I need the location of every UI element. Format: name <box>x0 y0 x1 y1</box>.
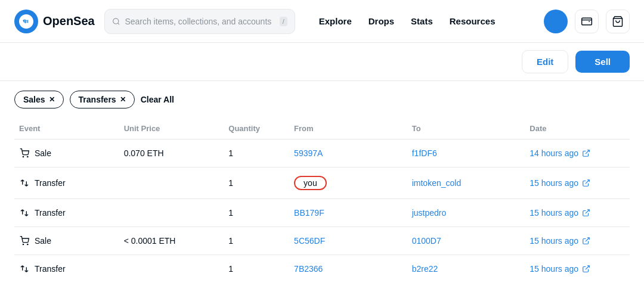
cart-icon <box>612 15 624 27</box>
wallet-icon <box>581 15 593 27</box>
unit-price-cell: 0.070 ETH <box>119 139 224 167</box>
to-link[interactable]: b2re22 <box>412 264 438 274</box>
event-icon <box>19 263 30 274</box>
search-input[interactable] <box>125 17 274 26</box>
date-cell: 15 hours ago <box>525 199 630 227</box>
event-label: Transfer <box>35 208 66 218</box>
date-text: 15 hours ago <box>530 236 578 246</box>
edit-button[interactable]: Edit <box>522 50 568 73</box>
search-kbd: / <box>280 17 287 26</box>
from-cell: 59397A <box>289 139 407 167</box>
filter-chip-sales[interactable]: Sales ✕ <box>14 91 64 108</box>
date-cell: 15 hours ago <box>525 167 630 199</box>
table-row: Sale 0.070 ETH 1 59397A f1fDF6 14 hours … <box>14 139 630 167</box>
col-unit-price: Unit Price <box>119 118 224 139</box>
cart-icon <box>20 148 29 158</box>
nav-drops[interactable]: Drops <box>369 16 394 26</box>
unit-price-cell <box>119 255 224 283</box>
nav-resources[interactable]: Resources <box>450 16 496 26</box>
to-cell: imtoken_cold <box>407 167 525 199</box>
svg-point-9 <box>23 244 23 244</box>
main-nav: Explore Drops Stats Resources <box>319 16 496 26</box>
event-label: Sale <box>35 236 51 246</box>
event-cell: Sale <box>14 227 119 255</box>
from-cell: 5C56DF <box>289 227 407 255</box>
quantity-cell: 1 <box>224 199 289 227</box>
col-from: From <box>289 118 407 139</box>
event-cell: Transfer <box>14 199 119 227</box>
col-to: To <box>407 118 525 139</box>
to-link[interactable]: imtoken_cold <box>412 178 462 188</box>
from-link[interactable]: 59397A <box>294 148 323 158</box>
cart-button[interactable] <box>606 10 630 33</box>
activity-table: Event Unit Price Quantity From To Date S… <box>14 118 630 283</box>
transfer-icon <box>20 264 29 274</box>
to-cell: 0100D7 <box>407 227 525 255</box>
header-right <box>544 10 630 33</box>
unit-price-cell <box>119 199 224 227</box>
wallet-button[interactable] <box>575 10 599 33</box>
to-link[interactable]: justpedro <box>412 208 447 218</box>
col-event: Event <box>14 118 119 139</box>
event-icon <box>19 178 30 188</box>
table-header-row: Event Unit Price Quantity From To Date <box>14 118 630 139</box>
unit-price-cell <box>119 167 224 199</box>
event-cell: Transfer <box>14 255 119 283</box>
unit-price-cell: < 0.0001 ETH <box>119 227 224 255</box>
transfer-icon <box>20 178 29 188</box>
cart-icon <box>20 236 29 246</box>
search-icon <box>112 17 120 26</box>
avatar[interactable] <box>544 10 568 33</box>
event-icon <box>19 148 30 159</box>
svg-line-8 <box>586 210 589 213</box>
svg-line-12 <box>586 266 589 269</box>
nav-stats[interactable]: Stats <box>411 16 433 26</box>
filters-row: Sales ✕ Transfers ✕ Clear All <box>0 81 644 118</box>
table-row: Sale < 0.0001 ETH 1 5C56DF 0100D7 15 hou… <box>14 227 630 255</box>
filter-sales-close[interactable]: ✕ <box>49 95 55 104</box>
table-row: Transfer 1 7B2366 b2re22 15 hours ago <box>14 255 630 283</box>
svg-point-4 <box>23 156 23 157</box>
external-link-icon <box>582 179 590 187</box>
logo[interactable]: OpenSea <box>14 10 95 33</box>
quantity-cell: 1 <box>224 255 289 283</box>
quantity-cell: 1 <box>224 227 289 255</box>
date-text: 15 hours ago <box>530 264 578 274</box>
external-link-icon <box>582 209 590 217</box>
logo-text: OpenSea <box>43 14 95 28</box>
from-link[interactable]: 7B2366 <box>294 264 323 274</box>
event-label: Sale <box>35 148 51 158</box>
date-cell: 15 hours ago <box>525 255 630 283</box>
col-quantity: Quantity <box>224 118 289 139</box>
quantity-cell: 1 <box>224 167 289 199</box>
to-link[interactable]: 0100D7 <box>412 236 441 246</box>
external-link-icon <box>582 237 590 245</box>
sell-button[interactable]: Sell <box>575 51 630 73</box>
filter-transfers-close[interactable]: ✕ <box>120 95 126 104</box>
toolbar: Edit Sell <box>0 43 644 81</box>
table-container: Event Unit Price Quantity From To Date S… <box>0 118 644 283</box>
event-label: Transfer <box>35 178 66 188</box>
filter-chip-transfers[interactable]: Transfers ✕ <box>70 91 135 108</box>
from-cell: BB179F <box>289 199 407 227</box>
event-cell: Transfer <box>14 167 119 199</box>
logo-icon <box>14 10 38 33</box>
nav-explore[interactable]: Explore <box>319 16 352 26</box>
to-link[interactable]: f1fDF6 <box>412 148 437 158</box>
to-cell: b2re22 <box>407 255 525 283</box>
from-link[interactable]: BB179F <box>294 208 324 218</box>
you-label: you <box>294 176 327 190</box>
from-link[interactable]: 5C56DF <box>294 236 325 246</box>
clear-all-button[interactable]: Clear All <box>141 95 174 104</box>
search-bar[interactable]: / <box>104 9 295 34</box>
svg-point-0 <box>113 18 118 23</box>
event-label: Transfer <box>35 264 66 274</box>
filter-transfers-label: Transfers <box>79 95 116 104</box>
to-cell: justpedro <box>407 199 525 227</box>
quantity-cell: 1 <box>224 139 289 167</box>
date-text: 15 hours ago <box>530 178 578 188</box>
svg-point-5 <box>27 156 28 157</box>
table-row: Transfer 1 BB179F justpedro 15 hours ago <box>14 199 630 227</box>
header: OpenSea / Explore Drops Stats Resources <box>0 0 644 43</box>
svg-line-1 <box>117 23 119 24</box>
